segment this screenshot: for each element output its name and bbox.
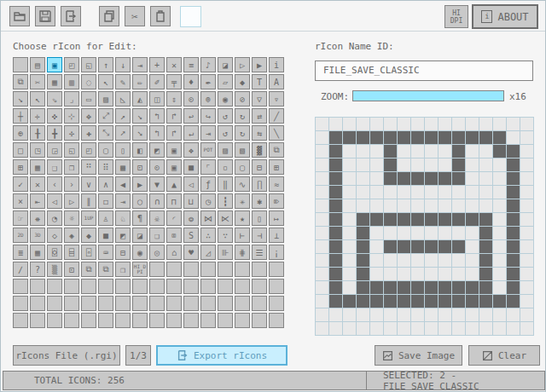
icon-cell-115[interactable]: › <box>64 176 79 192</box>
open-file-button[interactable] <box>9 6 30 26</box>
icon-cell-64[interactable]: ⊕ <box>13 125 28 141</box>
pixel-5-6[interactable] <box>384 199 397 212</box>
pixel-10-4[interactable] <box>452 172 465 185</box>
pixel-1-4[interactable] <box>329 172 342 185</box>
pixel-4-10[interactable] <box>370 254 383 267</box>
pixel-0-3[interactable] <box>316 159 328 171</box>
copy-button[interactable] <box>99 6 119 26</box>
icon-cell-165[interactable]: ■ <box>98 228 113 243</box>
icon-cell-146[interactable]: ◔ <box>47 210 62 226</box>
pixel-10-5[interactable] <box>452 186 465 199</box>
pixel-10-10[interactable] <box>452 254 465 267</box>
pixel-12-1[interactable] <box>479 131 492 144</box>
pixel-9-6[interactable] <box>439 199 451 212</box>
icon-cell-104[interactable]: ⊙ <box>149 159 165 175</box>
icon-cell-99[interactable]: ❒ <box>64 159 79 175</box>
pixel-11-12[interactable] <box>466 281 479 294</box>
pixel-1-13[interactable] <box>329 295 342 308</box>
icon-cell-163[interactable]: ◈ <box>64 228 79 243</box>
pixel-1-3[interactable] <box>329 159 342 171</box>
icon-cell-201[interactable] <box>166 262 182 277</box>
icon-cell-173[interactable]: ⊢ <box>235 228 250 243</box>
pixel-4-15[interactable] <box>370 322 383 335</box>
icon-cell-216[interactable] <box>149 279 165 294</box>
export-file-button[interactable] <box>61 6 81 26</box>
icon-cell-177[interactable]: ▦ <box>30 245 45 260</box>
pixel-12-12[interactable] <box>479 281 492 294</box>
pixel-8-15[interactable] <box>425 322 438 335</box>
icon-cell-237[interactable] <box>235 296 250 311</box>
pixel-3-5[interactable] <box>357 186 369 199</box>
pixel-5-0[interactable] <box>384 118 397 130</box>
icon-cell-133[interactable]: ◻ <box>98 193 113 209</box>
icon-cell-38[interactable]: ◺ <box>115 91 131 107</box>
pixel-7-1[interactable] <box>411 131 424 144</box>
pixel-8-1[interactable] <box>425 131 438 144</box>
pixel-13-14[interactable] <box>493 308 506 321</box>
pixel-5-14[interactable] <box>384 308 397 321</box>
pixel-15-5[interactable] <box>520 186 533 199</box>
icon-cell-93[interactable]: ▧ <box>235 142 250 158</box>
icon-cell-35[interactable]: ⌟ <box>64 91 79 107</box>
pixel-2-14[interactable] <box>343 308 356 321</box>
icon-cell-187[interactable]: ◿ <box>200 245 216 260</box>
icon-cell-88[interactable]: ◩ <box>149 142 165 158</box>
icon-cell-214[interactable] <box>115 279 131 294</box>
pixel-5-7[interactable] <box>384 213 397 226</box>
icon-cell-25[interactable]: ╤ <box>166 74 182 89</box>
icon-cell-169[interactable]: ⌧ <box>166 228 182 243</box>
pixel-14-5[interactable] <box>507 186 520 199</box>
icon-cell-142[interactable]: ✱ <box>252 193 267 209</box>
icon-cell-126[interactable]: ∏ <box>252 176 267 192</box>
pixel-1-7[interactable] <box>329 213 342 226</box>
pixel-0-9[interactable] <box>316 240 328 253</box>
icon-cell-141[interactable]: ✳ <box>235 193 250 209</box>
icon-cell-168[interactable]: ❏ <box>149 228 165 243</box>
icon-cell-17[interactable]: ✂ <box>30 74 45 89</box>
icon-cell-62[interactable]: ⇄ <box>252 108 267 124</box>
pixel-11-11[interactable] <box>466 268 479 280</box>
icon-cell-98[interactable]: ❑ <box>47 159 62 175</box>
icon-cell-9[interactable]: ✕ <box>166 57 182 72</box>
pixel-4-2[interactable] <box>370 145 383 158</box>
pixel-11-14[interactable] <box>466 308 479 321</box>
pixel-14-9[interactable] <box>507 240 520 253</box>
icon-cell-108[interactable]: ▫ <box>218 159 233 175</box>
icon-cell-137[interactable]: ⊓ <box>166 193 182 209</box>
icon-cell-122[interactable]: ◁ <box>183 176 199 192</box>
icon-cell-54[interactable]: ↗ <box>115 108 131 124</box>
icon-cell-161[interactable]: 3D <box>30 228 45 243</box>
icon-name-input[interactable]: FILE_SAVE_CLASSIC <box>315 61 533 81</box>
pixel-15-11[interactable] <box>520 268 533 280</box>
pixel-8-12[interactable] <box>425 281 438 294</box>
icon-cell-15[interactable]: i <box>269 57 284 72</box>
pixel-14-1[interactable] <box>507 131 520 144</box>
pixel-0-4[interactable] <box>316 172 328 185</box>
pixel-10-3[interactable] <box>452 159 465 171</box>
about-button[interactable]: i ABOUT <box>472 4 538 29</box>
pixel-0-15[interactable] <box>316 322 328 335</box>
icon-cell-63[interactable]: ╱ <box>269 108 284 124</box>
icon-cell-23[interactable]: ✏ <box>132 74 148 89</box>
icon-cell-90[interactable]: ❖ <box>183 142 199 158</box>
icon-cell-204[interactable] <box>218 262 233 277</box>
cut-button[interactable]: ✂ <box>125 6 145 26</box>
pixel-1-8[interactable] <box>329 227 342 239</box>
pixel-9-9[interactable] <box>439 240 451 253</box>
icon-cell-81[interactable]: ◳ <box>30 142 45 158</box>
icon-cell-255[interactable] <box>269 313 284 328</box>
pixel-15-6[interactable] <box>520 199 533 212</box>
pixel-3-4[interactable] <box>357 172 369 185</box>
icon-cell-224[interactable] <box>13 296 28 311</box>
pixel-7-2[interactable] <box>411 145 424 158</box>
icon-cell-209[interactable] <box>30 279 45 294</box>
icon-cell-136[interactable]: ∩ <box>149 193 165 209</box>
pixel-11-2[interactable] <box>466 145 479 158</box>
icon-cell-234[interactable] <box>183 296 199 311</box>
pixel-15-14[interactable] <box>520 308 533 321</box>
pixel-11-7[interactable] <box>466 213 479 226</box>
icon-cell-102[interactable]: ▩ <box>115 159 131 175</box>
pixel-15-0[interactable] <box>520 118 533 130</box>
pixel-11-3[interactable] <box>466 159 479 171</box>
icon-cell-41[interactable]: ⇕ <box>166 91 182 107</box>
